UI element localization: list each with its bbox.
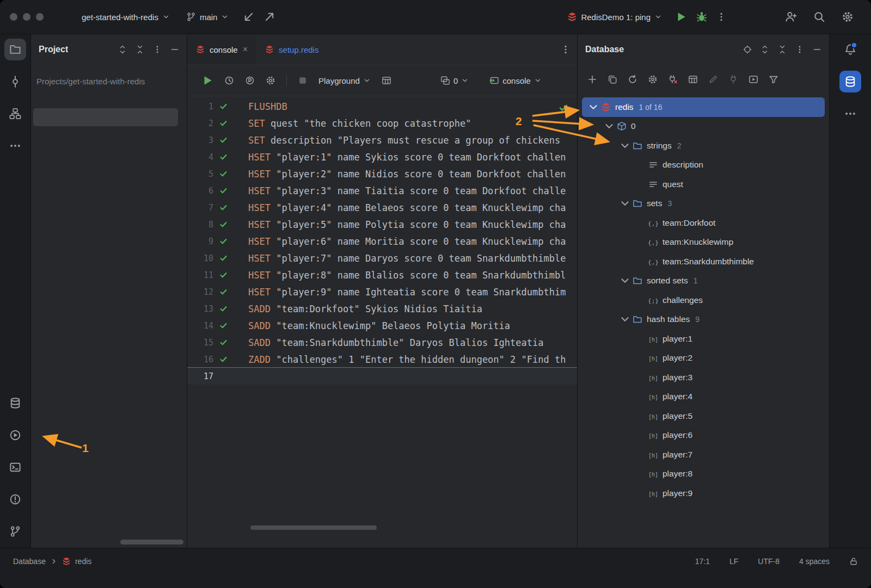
table-view-icon[interactable] xyxy=(382,76,391,85)
code-line-16[interactable]: 16ZADD "challenges" 1 "Enter the hidden … xyxy=(187,351,577,368)
vcs-push-button[interactable] xyxy=(259,8,280,26)
problems-tool-button[interactable] xyxy=(4,488,26,510)
vcs-update-button[interactable] xyxy=(238,8,259,26)
project-horizontal-scrollbar[interactable] xyxy=(120,540,183,544)
project-options-kebab[interactable] xyxy=(153,45,162,54)
code-line-9[interactable]: 9HSET "player:6" name Moritia score 0 te… xyxy=(187,233,577,250)
tree-row-player-2[interactable]: [h]player:2 xyxy=(582,349,825,368)
project-tool-button[interactable] xyxy=(4,39,26,60)
code-line-6[interactable]: 6HSET "player:3" name Tiaitia score 0 te… xyxy=(187,182,577,199)
locate-object-icon[interactable] xyxy=(743,45,752,54)
more-tools-button[interactable] xyxy=(4,135,26,157)
collapse-all-icon[interactable] xyxy=(136,45,144,54)
structure-tool-button[interactable] xyxy=(4,103,26,125)
tree-row-team-dorkfoot[interactable]: {,}team:Dorkfoot xyxy=(582,213,825,233)
execute-button[interactable] xyxy=(201,75,213,86)
vcs-branch-selector[interactable]: main xyxy=(182,9,234,25)
file-encoding[interactable]: UTF-8 xyxy=(758,557,780,566)
terminal-tool-button[interactable] xyxy=(4,456,26,478)
console-settings-gear-icon[interactable] xyxy=(266,76,275,85)
database-options-kebab[interactable] xyxy=(795,45,804,54)
code-line-5[interactable]: 5HSET "player:2" name Nidios score 0 tea… xyxy=(187,165,577,182)
code-line-3[interactable]: 3SET description "Players must rescue a … xyxy=(187,132,577,148)
code-line-17[interactable]: 17 xyxy=(187,368,577,385)
code-line-13[interactable]: 13SADD "team:Dorkfoot" Sykios Nidios Tia… xyxy=(187,300,577,317)
chevron-down-icon[interactable] xyxy=(619,140,631,152)
filter-icon[interactable] xyxy=(769,75,778,84)
tree-row-player-1[interactable]: [h]player:1 xyxy=(582,329,825,349)
expand-all-icon[interactable] xyxy=(760,45,769,54)
chevron-down-icon[interactable] xyxy=(619,197,631,209)
code-line-12[interactable]: 12HSET "player:9" name Ighteatia score 0… xyxy=(187,283,577,300)
notifications-tool-button[interactable] xyxy=(839,39,861,60)
hide-panel-icon[interactable] xyxy=(813,45,821,54)
history-clock-icon[interactable] xyxy=(224,76,234,85)
edit-icon[interactable] xyxy=(708,75,718,84)
services-tool-button[interactable] xyxy=(4,424,26,446)
code-line-7[interactable]: 7HSET "player:4" name Belaeos score 0 te… xyxy=(187,199,577,216)
tree-row-quest[interactable]: quest xyxy=(582,175,825,194)
editor-options-kebab[interactable] xyxy=(561,45,571,54)
code-line-14[interactable]: 14SADD "team:Knucklewimp" Belaeos Polyti… xyxy=(187,317,577,334)
debug-button[interactable] xyxy=(696,11,708,23)
refresh-icon[interactable] xyxy=(628,75,637,84)
commit-tool-button[interactable] xyxy=(4,71,26,92)
code-line-11[interactable]: 11HSET "player:8" name Blalios score 0 t… xyxy=(187,267,577,283)
lock-open-icon[interactable] xyxy=(849,557,858,566)
chevron-down-icon[interactable] xyxy=(619,313,631,325)
parameters-icon[interactable] xyxy=(245,76,255,85)
caret-position[interactable]: 17:1 xyxy=(695,557,710,566)
run-button[interactable] xyxy=(675,11,687,23)
breadcrumb-database[interactable]: Database xyxy=(13,557,46,566)
project-selected-row[interactable] xyxy=(33,108,178,126)
window-controls[interactable] xyxy=(10,13,44,21)
tree-row-sorted-sets[interactable]: sorted sets1 xyxy=(582,271,825,291)
playground-dropdown[interactable]: Playground xyxy=(318,76,371,85)
chevron-down-icon[interactable] xyxy=(619,275,631,287)
more-tools-button-right[interactable] xyxy=(839,103,861,125)
sessions-dropdown[interactable]: 0 xyxy=(440,76,469,85)
run-config-selector[interactable]: RedisDemo 1: ping xyxy=(563,9,666,25)
chevron-down-icon[interactable] xyxy=(603,120,615,132)
datasource-settings-gear-icon[interactable] xyxy=(648,75,658,84)
code-line-15[interactable]: 15SADD "team:Snarkdumbthimble" Daryos Bl… xyxy=(187,334,577,351)
breadcrumb-redis[interactable]: redis xyxy=(75,557,91,566)
settings-gear-icon[interactable] xyxy=(842,11,854,23)
code-line-1[interactable]: 1FLUSHDB xyxy=(187,98,577,115)
vcs-tool-button[interactable] xyxy=(4,521,26,542)
editor-horizontal-scrollbar[interactable] xyxy=(250,525,377,530)
tree-row-player-5[interactable]: [h]player:5 xyxy=(582,406,825,426)
tree-row-team-snarkdumbthimble[interactable]: {,}team:Snarkdumbthimble xyxy=(582,252,825,271)
tree-row-description[interactable]: description xyxy=(582,156,825,175)
tree-row-sets[interactable]: sets3 xyxy=(582,194,825,214)
window-zoom-button[interactable] xyxy=(36,13,44,21)
database-tool-button-right[interactable] xyxy=(839,71,861,92)
tree-row-player-4[interactable]: [h]player:4 xyxy=(582,387,825,407)
project-root-path[interactable]: Projects/get-started-with-redis xyxy=(31,65,187,86)
code-line-10[interactable]: 10HSET "player:7" name Daryos score 0 te… xyxy=(187,250,577,267)
window-minimize-button[interactable] xyxy=(23,13,30,21)
close-icon[interactable]: × xyxy=(243,45,248,54)
tab-console[interactable]: console × xyxy=(187,34,256,65)
tree-row-team-knucklewimp[interactable]: {,}team:Knucklewimp xyxy=(582,233,825,252)
hide-panel-icon[interactable] xyxy=(170,45,179,54)
stop-button[interactable] xyxy=(298,76,308,85)
tree-row-player-8[interactable]: [h]player:8 xyxy=(582,465,825,484)
console-session-dropdown[interactable]: console xyxy=(489,76,542,85)
tree-row-player-9[interactable]: [h]player:9 xyxy=(582,484,825,503)
duplicate-icon[interactable] xyxy=(608,75,617,84)
unplug-icon[interactable] xyxy=(728,75,738,84)
code-line-8[interactable]: 8HSET "player:5" name Polytia score 0 te… xyxy=(187,216,577,233)
open-console-icon[interactable] xyxy=(749,75,758,84)
tree-row-player-3[interactable]: [h]player:3 xyxy=(582,368,825,387)
tree-row-hash-tables[interactable]: hash tables9 xyxy=(582,310,825,330)
tree-row-redis[interactable]: redis1 of 16 xyxy=(582,97,825,117)
chevron-down-icon[interactable] xyxy=(587,101,599,113)
code-line-4[interactable]: 4HSET "player:1" name Sykios score 0 tea… xyxy=(187,148,577,165)
collapse-all-icon[interactable] xyxy=(778,45,787,54)
project-selector[interactable]: get-started-with-redis xyxy=(77,9,174,25)
new-datasource-icon[interactable] xyxy=(587,75,597,84)
window-close-button[interactable] xyxy=(10,13,17,21)
search-everywhere-icon[interactable] xyxy=(813,11,825,23)
tab-setup-redis[interactable]: setup.redis xyxy=(256,34,327,65)
